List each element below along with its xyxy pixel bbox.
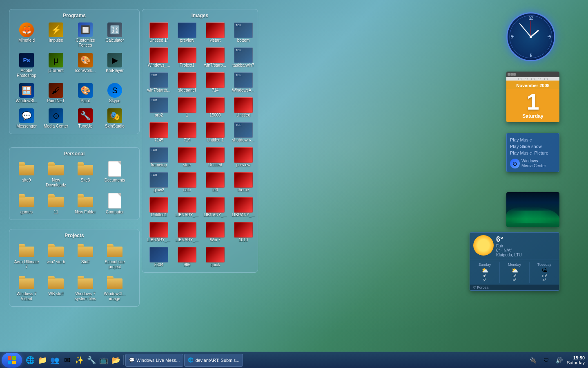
icon-skinstudio-label: SkinStudio [105, 124, 125, 129]
img-theme[interactable]: theme [230, 171, 257, 194]
media-center-logo[interactable]: ⊙ WindowsMedia Center [510, 159, 556, 168]
icon-school-site[interactable]: School site project [101, 241, 129, 271]
img-previewb[interactable]: preview [230, 146, 257, 169]
icon-minefield[interactable]: 🦊 Minefield [13, 21, 40, 49]
img-library1[interactable]: LIBRARY_... [174, 195, 200, 219]
taskbar-monitor-icon[interactable]: 📺 [98, 355, 109, 366]
tray-network-icon[interactable]: 🔌 [528, 355, 539, 366]
img-5334[interactable]: 5334 [145, 245, 172, 269]
icon-win7-viorb[interactable]: win7 viorb [42, 241, 70, 271]
img-calc[interactable]: calc [174, 171, 200, 194]
img-shutdown[interactable]: TCRshutdown-... [230, 121, 257, 144]
icon-photoshop[interactable]: Ps Adobe Photoshop [13, 51, 40, 80]
img-windowsa[interactable]: TCRWindowsA... [230, 71, 257, 94]
img-966[interactable]: 966 [174, 245, 200, 269]
img-orb2[interactable]: TCRorb2 [145, 96, 172, 119]
img-library3[interactable]: LIBRARY_... [230, 195, 257, 219]
img-frametop[interactable]: TCRframetop [145, 146, 172, 169]
windows-logo-icon [7, 355, 17, 365]
taskbar-folder-icon[interactable]: 📂 [110, 355, 122, 366]
icon-paint[interactable]: 🎨 Paint [71, 81, 99, 105]
img-win7b[interactable]: Win 7 [202, 220, 229, 244]
img-side[interactable]: side [174, 146, 200, 169]
taskbar-deviantart-button[interactable]: 🌐 deviantART: Submis... [184, 354, 243, 367]
start-button[interactable] [2, 353, 22, 368]
taskbar-users-icon[interactable]: 👥 [49, 355, 60, 366]
icon-mediacenter-label: Media Center [44, 124, 68, 129]
icon-new-downloadz[interactable]: New Downloadz [42, 159, 70, 189]
img-glow2[interactable]: TCRglow2 [145, 171, 172, 194]
icon-iconwork[interactable]: 🎨 IconWork... [71, 51, 99, 80]
icon-site9[interactable]: site9 [13, 159, 40, 189]
icon-windowblinds[interactable]: 🪟 WindowBl... [13, 81, 40, 105]
img-win7startb[interactable]: TCRwin7/startb... [145, 71, 172, 94]
icon-documents[interactable]: Documents [101, 159, 129, 189]
icon-11[interactable]: 11 [42, 191, 70, 216]
taskbar-explorer-icon[interactable]: 📁 [37, 355, 48, 366]
icon-aero-ultimate[interactable]: Aero Ultimate 7 [13, 241, 40, 271]
icon-windowcl-image[interactable]: WindowCl... image [101, 273, 129, 303]
img-left[interactable]: left [202, 171, 229, 194]
icon-customize-fences[interactable]: 🔲 Customize Fences [71, 21, 99, 49]
taskbar-tool-icon[interactable]: 🔧 [86, 355, 97, 366]
img-719[interactable]: 719 [174, 121, 200, 144]
weather-info: 6° Fair 6° - N/A° Klaipeda, LTU [496, 235, 522, 257]
img-untitledb[interactable]: Untitled [202, 146, 229, 169]
icon-kmplayer[interactable]: ▶ KmPlayer [101, 51, 129, 80]
icon-skinstudio[interactable]: 🎭 SkinStudio [101, 107, 129, 130]
icon-skype[interactable]: S Skype [101, 81, 129, 105]
icon-impulse[interactable]: ⚡ Impulse [42, 21, 70, 49]
img-library5[interactable]: LIBRARY_... [174, 220, 200, 244]
media-play-music[interactable]: Play Music [510, 137, 556, 143]
img-vistart[interactable]: vistart [202, 21, 229, 45]
media-play-slideshow[interactable]: Play Slide show [510, 143, 556, 150]
icon-new-folder[interactable]: New Folder [71, 191, 99, 216]
forecast-monday: Monday ⛅ 9° 4° [500, 262, 530, 283]
icon-mediacenter[interactable]: ⊙ Media Center [42, 107, 70, 130]
img-bottom[interactable]: TCRbottom [230, 21, 257, 45]
img-sidepanel[interactable]: sidepanel [174, 71, 200, 94]
icon-utorrent[interactable]: μ µTorrent [42, 51, 70, 80]
icon-wb-stuff[interactable]: WB stuff [42, 273, 70, 303]
img-untitled1[interactable]: Untitled 1° [145, 21, 172, 45]
img-preview[interactable]: preview [174, 21, 200, 45]
images-fence-title: Images [145, 13, 254, 18]
img-untitled1c[interactable]: Untitled1 [145, 195, 172, 219]
taskbar-ie-icon[interactable]: 🌐 [24, 355, 36, 366]
icon-games[interactable]: games [13, 191, 40, 216]
icon-site3[interactable]: Site3 [71, 159, 99, 189]
img-15000[interactable]: 15000 [202, 96, 229, 119]
icon-windowcl-label: WindowCl... image [102, 292, 128, 301]
img-library2[interactable]: LIBRARY_... [202, 195, 229, 219]
icon-computer[interactable]: Computer [101, 191, 129, 216]
thumb-untitledb [206, 147, 225, 163]
tray-security-icon[interactable]: 🛡 [541, 355, 552, 366]
icon-win7-vistart[interactable]: Windows 7 Vistart [13, 273, 40, 303]
icon-messenger[interactable]: 💬 Messenger [13, 107, 40, 130]
media-play-music-picture[interactable]: Play Music+Picture [510, 150, 556, 156]
icon-customize-label: Customize Fences [72, 38, 98, 48]
icon-site3-label: Site3 [81, 178, 90, 183]
icon-calculator[interactable]: 🔢 Calculator [101, 21, 129, 49]
taskbar-star-icon[interactable]: ✨ [74, 355, 85, 366]
svg-rect-11 [8, 361, 11, 364]
img-windows[interactable]: Windows_... [145, 46, 172, 70]
img-library4[interactable]: LIBRARY_... [145, 220, 172, 244]
icon-win7-system-files[interactable]: Windows 7 system files [71, 273, 99, 303]
img-untitled[interactable]: Untitled [230, 96, 257, 119]
img-1[interactable]: 1 [174, 96, 200, 119]
img-taskbarwin7[interactable]: TCRtaskbarwin7 [230, 46, 257, 70]
taskbar-wlm-button[interactable]: 💬 Windows Live Mess... [125, 354, 183, 367]
taskbar-mail-icon[interactable]: ✉ [61, 355, 73, 366]
img-714[interactable]: 714 [202, 71, 229, 94]
img-quick[interactable]: quick [202, 245, 229, 269]
tray-volume-icon[interactable]: 🔊 [554, 355, 565, 366]
img-win7starb[interactable]: win7/starb... [202, 46, 229, 70]
icon-tuneup[interactable]: 🔧 TuneUp [71, 107, 99, 130]
icon-stuff[interactable]: Stuff [71, 241, 99, 271]
img-untitled1b[interactable]: Untitled 1 [202, 121, 229, 144]
img-1010[interactable]: 1010 [230, 220, 257, 244]
icon-paintnet[interactable]: 🖌 PaintNET [42, 81, 70, 105]
img-7145[interactable]: 7145 [145, 121, 172, 144]
img-project1[interactable]: Project1 [174, 46, 200, 70]
